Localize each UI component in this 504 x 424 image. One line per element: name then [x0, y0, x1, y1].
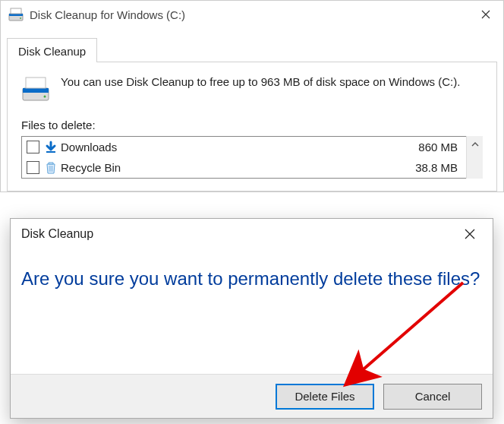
file-list[interactable]: Downloads 860 MB Recycle Bin — [21, 136, 483, 179]
list-item-size: 38.8 MB — [415, 161, 458, 174]
recycle-bin-icon — [44, 161, 58, 175]
list-item[interactable]: Recycle Bin 38.8 MB — [22, 157, 482, 178]
tab-strip: Disk Cleanup You can use Disk Cleanup to… — [1, 28, 503, 191]
download-arrow-icon — [44, 141, 58, 154]
checkbox[interactable] — [27, 141, 39, 153]
disk-cleanup-window: Disk Cleanup for Windows (C:) Disk Clean… — [0, 0, 504, 192]
list-item-size: 860 MB — [418, 141, 458, 153]
list-item-label: Downloads — [61, 141, 418, 153]
summary-row: You can use Disk Cleanup to free up to 9… — [21, 74, 483, 103]
svg-rect-2 — [11, 8, 21, 14]
list-item[interactable]: Downloads 860 MB — [22, 137, 482, 157]
summary-text: You can use Disk Cleanup to free up to 9… — [61, 74, 460, 90]
window-title: Disk Cleanup for Windows (C:) — [30, 8, 468, 21]
tab-panel: You can use Disk Cleanup to free up to 9… — [7, 62, 497, 191]
dialog-body: Are you sure you want to permanently del… — [11, 249, 493, 292]
window-titlebar: Disk Cleanup for Windows (C:) — [1, 1, 503, 28]
svg-rect-6 — [26, 78, 46, 88]
svg-point-3 — [20, 17, 21, 19]
confirm-dialog: Disk Cleanup Are you sure you want to pe… — [10, 218, 493, 419]
delete-files-button[interactable]: Delete Files — [276, 384, 374, 410]
svg-rect-5 — [23, 88, 49, 93]
cancel-button[interactable]: Cancel — [383, 384, 482, 410]
dialog-title: Disk Cleanup — [21, 227, 453, 241]
svg-point-7 — [44, 96, 46, 98]
drive-icon — [21, 74, 50, 103]
scroll-up-icon[interactable] — [467, 136, 483, 153]
window-close-button[interactable] — [468, 1, 503, 28]
list-item-label: Recycle Bin — [61, 161, 415, 174]
disk-cleanup-icon — [8, 7, 24, 22]
dialog-footer: Delete Files Cancel — [11, 374, 493, 418]
dialog-titlebar: Disk Cleanup — [11, 219, 493, 249]
files-to-delete-label: Files to delete: — [21, 119, 483, 131]
dialog-close-button[interactable] — [453, 221, 487, 247]
dialog-message: Are you sure you want to permanently del… — [21, 266, 482, 292]
file-list-container: Downloads 860 MB Recycle Bin — [21, 136, 483, 179]
scrollbar[interactable] — [466, 136, 483, 179]
tab-disk-cleanup[interactable]: Disk Cleanup — [7, 38, 97, 62]
checkbox[interactable] — [27, 161, 39, 174]
svg-rect-8 — [46, 151, 55, 153]
